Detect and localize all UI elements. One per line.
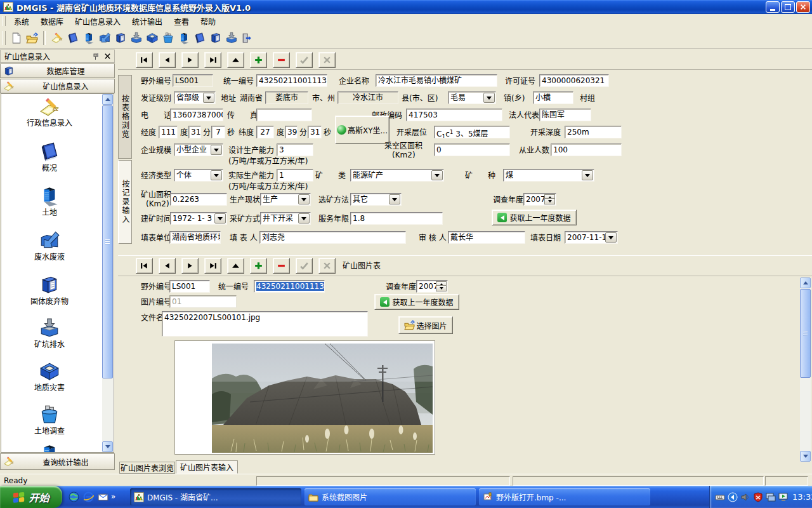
- dropdown-arrow-icon[interactable]: [483, 93, 495, 103]
- phone-input[interactable]: 13607387000: [170, 109, 223, 121]
- dropdown-arrow-icon[interactable]: [298, 194, 310, 204]
- tab-table-browse[interactable]: 按表格浏览: [118, 75, 132, 159]
- start-button[interactable]: 开始: [0, 486, 62, 508]
- clock[interactable]: 13:32: [792, 492, 812, 502]
- dropdown-arrow-icon[interactable]: [582, 170, 593, 180]
- choose-picture-button[interactable]: 选择图片: [398, 316, 453, 334]
- sidebar-item-overview[interactable]: 概况: [14, 164, 85, 173]
- tool-button-11[interactable]: [207, 30, 223, 46]
- new-document-button[interactable]: [8, 30, 24, 46]
- dressing-method-select[interactable]: 其它: [350, 193, 402, 206]
- taskbar-item-paint-bmp[interactable]: 野外版打开.bmp -...: [479, 488, 650, 505]
- get-prev-year-button[interactable]: 获取上一年度数据: [492, 210, 577, 225]
- language-tray-icon[interactable]: [728, 492, 738, 502]
- dropdown-arrow-icon[interactable]: [605, 232, 617, 243]
- lat-deg-input[interactable]: 27: [256, 126, 274, 138]
- sidebar-item-admin-info[interactable]: 行政信息录入: [14, 119, 85, 128]
- keyboard-tray-icon[interactable]: [715, 492, 725, 502]
- lon-sec-input[interactable]: 7: [211, 126, 225, 138]
- overview-icon[interactable]: [29, 141, 70, 164]
- survey-year-spinner[interactable]: 2007: [523, 193, 556, 206]
- scroll-up-icon[interactable]: [102, 94, 113, 105]
- pic-nav-delete-button[interactable]: [273, 258, 290, 274]
- nav-add-button[interactable]: [250, 52, 267, 68]
- nav-last-button[interactable]: [204, 52, 221, 68]
- unified-no-input[interactable]: 43250211001113: [256, 74, 327, 87]
- menu-help[interactable]: 帮助: [195, 14, 221, 29]
- nav-delete-button[interactable]: [273, 52, 290, 68]
- nav-up-button[interactable]: [227, 52, 244, 68]
- mining-layer-input[interactable]: C1c1 3、5煤层: [434, 126, 510, 138]
- town-select[interactable]: 毛易: [448, 91, 496, 104]
- menu-mine-info-entry[interactable]: 矿山信息录入: [69, 14, 126, 29]
- pic-survey-year-spinner[interactable]: 2007: [416, 280, 448, 293]
- tool-button-9[interactable]: [176, 30, 192, 46]
- company-input[interactable]: 冷水江市毛易镇小横煤矿: [376, 74, 497, 87]
- postcode-input[interactable]: 417503: [406, 109, 502, 121]
- security-shield-tray-icon[interactable]: [753, 492, 763, 502]
- lon-min-input[interactable]: 31: [188, 126, 201, 138]
- fill-date-select[interactable]: 2007-11-13: [565, 231, 618, 244]
- sidebar-item-solid-waste[interactable]: 固体废弃物: [14, 297, 85, 307]
- mine-area-input[interactable]: 0.2263: [170, 193, 227, 206]
- taskbar-item-screenshot-folder[interactable]: 系统截图图片: [304, 488, 476, 505]
- pic-nav-add-button[interactable]: [250, 258, 267, 274]
- geo-hazard-tool-button[interactable]: [144, 30, 160, 46]
- nav-post-button[interactable]: [296, 52, 313, 68]
- wastewater-icon[interactable]: [29, 230, 70, 253]
- dropdown-arrow-icon[interactable]: [389, 194, 400, 204]
- land-survey-tool-button[interactable]: [160, 30, 176, 46]
- enterprise-scale-select[interactable]: 小型企业: [174, 144, 223, 156]
- quick-launch-chevron-icon[interactable]: »: [111, 492, 115, 501]
- pic-nav-cancel-button[interactable]: [318, 258, 336, 274]
- city-input[interactable]: 娄底市: [265, 91, 308, 104]
- pin-icon[interactable]: [93, 53, 100, 60]
- mine-kind-select[interactable]: 煤: [503, 169, 594, 182]
- overview-tool-button[interactable]: [65, 30, 81, 46]
- network-tray-icon[interactable]: [766, 492, 776, 502]
- pic-field-no-input[interactable]: LS001: [169, 280, 210, 293]
- mine-class-select[interactable]: 能源矿产: [350, 169, 444, 182]
- wastewater-tool-button[interactable]: [96, 30, 112, 46]
- tool-button-10[interactable]: [192, 30, 207, 46]
- nav-prev-button[interactable]: [159, 52, 176, 68]
- menu-database[interactable]: 数据库: [35, 14, 69, 29]
- picture-panel-scrollbar[interactable]: [800, 277, 811, 462]
- dropdown-arrow-icon[interactable]: [214, 213, 226, 224]
- pic-nav-post-button[interactable]: [296, 258, 313, 274]
- pic-unified-no-input[interactable]: 43250211001113: [254, 280, 325, 293]
- pit-drainage-tool-button[interactable]: [128, 30, 144, 46]
- pic-nav-next-button[interactable]: [181, 258, 199, 274]
- spin-down-icon[interactable]: [544, 198, 555, 204]
- goaf-area-input[interactable]: 0: [434, 144, 510, 156]
- picture-panel-scrollbar-thumb[interactable]: [800, 289, 811, 378]
- land-tool-button[interactable]: [81, 30, 96, 46]
- taskbar-item-dmgis[interactable]: DMGIS - 湖南省矿...: [130, 488, 301, 505]
- mining-depth-input[interactable]: 250m: [565, 126, 622, 138]
- solid-waste-tool-button[interactable]: [112, 30, 128, 46]
- pic-get-prev-year-button[interactable]: 获取上一年度数据: [374, 294, 459, 310]
- pic-nav-last-button[interactable]: [204, 258, 221, 274]
- admin-info-entry-icon[interactable]: [29, 97, 70, 120]
- cert-level-select[interactable]: 省部级: [174, 91, 216, 104]
- pic-nav-prev-button[interactable]: [159, 258, 176, 274]
- sidebar-item-wastewater[interactable]: 废水废液: [14, 253, 85, 262]
- close-button[interactable]: [796, 1, 810, 13]
- messenger-globe-icon[interactable]: [67, 490, 80, 503]
- lon-deg-input[interactable]: 111: [159, 126, 178, 138]
- outlook-express-icon[interactable]: [96, 490, 109, 503]
- dropdown-arrow-icon[interactable]: [298, 213, 310, 224]
- sidebar-group-query-stats[interactable]: 查询统计输出: [0, 453, 115, 470]
- dropdown-arrow-icon[interactable]: [211, 170, 222, 180]
- auditor-input[interactable]: 戴长华: [448, 231, 525, 244]
- fill-unit-input[interactable]: 湖南省地质环境: [169, 231, 221, 244]
- exit-tool-button[interactable]: [239, 30, 255, 46]
- license-input[interactable]: 4300000620321: [539, 74, 609, 87]
- menu-view[interactable]: 查看: [168, 14, 195, 29]
- sidebar-item-pit-drainage[interactable]: 矿坑排水: [14, 340, 85, 350]
- land-icon[interactable]: [29, 185, 70, 209]
- spin-down-icon[interactable]: [436, 285, 447, 291]
- sidebar-group-mine-info-entry[interactable]: 矿山信息录入: [0, 79, 115, 93]
- scroll-down-icon[interactable]: [800, 451, 811, 462]
- actual-capacity-input[interactable]: 1: [277, 169, 313, 182]
